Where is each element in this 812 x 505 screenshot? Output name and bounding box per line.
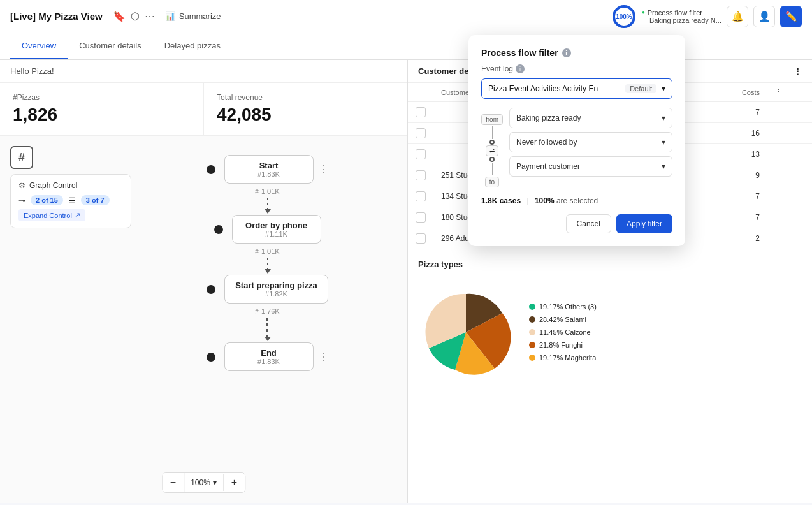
legend-salami: 28.42% Salami (529, 316, 597, 323)
conn-dot-2 (489, 157, 495, 162)
badge-of-7[interactable]: 3 of 7 (81, 195, 110, 205)
row-checkbox[interactable] (416, 233, 426, 244)
notifications-button[interactable]: 🔔 (727, 6, 748, 27)
conn-dot-1 (489, 140, 495, 145)
legend-magherita: 19.17% Magherita (529, 354, 597, 362)
modal-event-log-label: Event log i (481, 64, 672, 73)
zoom-out-button[interactable]: − (163, 473, 184, 492)
row-checkbox[interactable] (416, 170, 426, 180)
process-flow-badge: Process flow filter Baking pizza ready N… (642, 9, 721, 24)
link-icon: ⇌ (489, 147, 495, 154)
pizza-types-section: Pizza types (408, 249, 812, 395)
col-costs[interactable]: Costs (701, 83, 767, 102)
split-icon: ⊸ (18, 196, 25, 205)
bookmark-icon[interactable]: 🔖 (113, 10, 126, 22)
to-label: to (485, 177, 499, 187)
never-followed-dropdown[interactable]: Never followed by ▾ (509, 132, 672, 152)
zoom-value[interactable]: 100% ▾ (184, 474, 224, 491)
flow-node-start-prep[interactable]: Start preparing pizza #1.82K (224, 275, 328, 304)
table-more-icon[interactable]: ⋮ (794, 66, 802, 76)
modal-info-icon[interactable]: i (562, 48, 571, 57)
hello-bar: Hello Pizza! (0, 60, 407, 83)
end-connector-icon: ⋮ (319, 351, 329, 363)
flow-node-start[interactable]: Start #1.83K (224, 155, 314, 184)
waveform-icon: 📊 (165, 11, 175, 21)
to-value: Payment customer (516, 162, 580, 171)
row-checkbox[interactable] (416, 149, 426, 159)
pie-legend: 19.17% Others (3) 28.42% Salami 11.45% C… (529, 303, 597, 362)
row-checkbox[interactable] (416, 128, 426, 138)
topbar-title: [Live] My Pizza View (10, 11, 103, 22)
process-flow-filter-modal[interactable]: Process flow filter i Event log i Pizza … (468, 35, 685, 246)
legend-dot-magherita (529, 355, 535, 361)
from-label: from (481, 114, 503, 125)
to-dropdown[interactable]: Payment customer ▾ (509, 156, 672, 177)
revenue-label: Total revenue (217, 93, 395, 102)
share-icon[interactable]: ⬡ (131, 10, 140, 22)
pizzas-stat: #Pizzas 1,826 (0, 83, 204, 135)
graph-control-badges: ⊸ 2 of 15 ☰ 3 of 7 (18, 195, 123, 205)
event-log-info-icon[interactable]: i (516, 64, 525, 73)
event-log-value: Pizza Event Activities Activity En (488, 84, 598, 93)
user-button[interactable]: 👤 (753, 6, 775, 27)
topbar-actions: 🔖 ⬡ ⋯ (113, 10, 155, 22)
row-checkbox[interactable] (416, 191, 426, 201)
from-value: Baking pizza ready (516, 113, 581, 122)
revenue-value: 42,085 (217, 105, 395, 125)
filter-stats: 1.8K cases | 100% are selected (481, 196, 672, 205)
tab-overview[interactable]: Overview (10, 33, 68, 59)
hash-icon-small-2: # (255, 248, 259, 255)
start-connector-icon: ⋮ (319, 163, 329, 175)
event-log-dropdown[interactable]: Pizza Event Activities Activity En Defau… (481, 78, 672, 99)
graph-control: ⚙ Graph Control ⊸ 2 of 15 ☰ 3 of 7 Expan… (10, 174, 131, 228)
list-icon: ☰ (68, 196, 76, 205)
pizzas-value: 1,826 (13, 105, 191, 125)
col-checkbox (408, 83, 433, 102)
col-more[interactable]: ⋮ (767, 83, 812, 102)
start-prep-dot (207, 285, 215, 294)
left-panel: Hello Pizza! #Pizzas 1,826 Total revenue… (0, 60, 408, 503)
conn-line-2 (492, 163, 493, 175)
flow-node-order-phone[interactable]: Order by phone #1.11K (232, 215, 321, 244)
summarize-button[interactable]: 📊 Summarize (165, 11, 221, 21)
event-log-right: Default ▾ (625, 84, 665, 93)
modal-title: Process flow filter i (481, 48, 672, 58)
filter-dropdowns: Baking pizza ready ▾ Never followed by ▾… (509, 108, 672, 177)
filter-icon: ⚙ (18, 181, 25, 190)
start-dot (207, 165, 215, 174)
expand-control-button[interactable]: Expand Control ↗ (18, 209, 85, 221)
row-checkbox[interactable] (416, 107, 426, 117)
tab-customer-details[interactable]: Customer details (68, 33, 153, 59)
flow-arrow-2: # 1.01K (255, 245, 279, 274)
pizza-types-title: Pizza types (418, 260, 802, 269)
edit-button[interactable]: ✏️ (780, 6, 802, 27)
legend-dot-salami (529, 316, 535, 323)
badge-of-15[interactable]: 2 of 15 (31, 195, 63, 205)
legend-others: 19.17% Others (3) (529, 303, 597, 311)
from-dropdown[interactable]: Baking pizza ready ▾ (509, 108, 672, 128)
topbar-right: 100% Process flow filter Baking pizza re… (611, 4, 802, 29)
modal-actions: Cancel Apply filter (481, 214, 672, 233)
more-icon[interactable]: ⋯ (145, 10, 155, 22)
hash-icon: # (10, 146, 33, 169)
flow-diagram: Start #1.83K ⋮ # 1.01K (140, 149, 395, 465)
end-dot (207, 353, 215, 362)
tab-delayed-pizzas[interactable]: Delayed pizzas (153, 33, 232, 59)
legend-dot-others (529, 304, 535, 310)
zoom-in-button[interactable]: + (224, 473, 245, 492)
legend-funghi: 21.8% Funghi (529, 341, 597, 349)
main-content: Hello Pizza! #Pizzas 1,826 Total revenue… (0, 60, 812, 503)
pie-chart (418, 284, 514, 380)
row-checkbox[interactable] (416, 212, 426, 223)
connector-value: Never followed by (516, 138, 577, 147)
cancel-button[interactable]: Cancel (566, 214, 611, 233)
apply-filter-button[interactable]: Apply filter (616, 214, 672, 233)
connector-middle: ⇌ (486, 145, 498, 156)
topbar: [Live] My Pizza View 🔖 ⬡ ⋯ 📊 Summarize 1… (0, 0, 812, 33)
chevron-down-icon: ▾ (662, 84, 665, 93)
to-chevron-icon: ▾ (662, 162, 665, 171)
graph-control-title: ⚙ Graph Control (18, 181, 123, 190)
progress-pct: 100% (616, 13, 632, 20)
flow-node-end[interactable]: End #1.83K (224, 342, 314, 371)
flow-filter-connectors: from ⇌ to (481, 108, 503, 189)
